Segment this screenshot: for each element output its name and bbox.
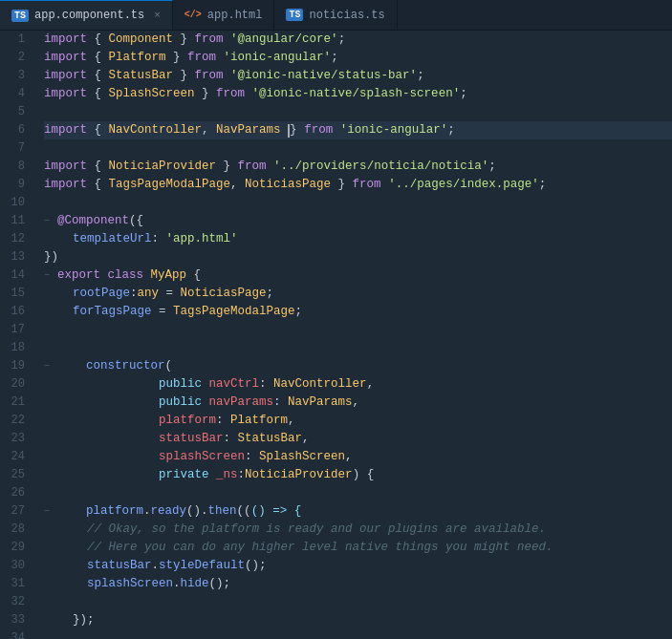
code-line	[44, 194, 672, 212]
token-plain: =	[159, 285, 181, 303]
line-number: 32	[8, 593, 25, 611]
code-line: templateUrl: 'app.html'	[44, 230, 672, 248]
token-plain: :	[224, 430, 238, 448]
line-number: 3	[8, 67, 25, 85]
token-plain	[57, 502, 86, 521]
line-number: 23	[8, 430, 25, 448]
code-line: − constructor(	[44, 357, 672, 375]
fold-icon[interactable]: −	[44, 502, 55, 521]
token-method: hide	[181, 575, 209, 593]
token-str: 'ionic-angular'	[224, 49, 332, 67]
token-cls: NavController	[109, 121, 203, 139]
line-number: 18	[8, 339, 25, 357]
editor-body: 1234567891011121314151617181920212223242…	[0, 31, 672, 639]
token-plain: ;	[460, 85, 467, 103]
token-kw: class	[108, 266, 144, 285]
token-comment: // Okay, so the platform is ready and ou…	[87, 521, 546, 539]
token-plain: ,	[367, 375, 375, 394]
token-plain: ,	[302, 430, 310, 448]
line-number: 4	[8, 85, 25, 103]
code-line	[44, 103, 672, 121]
line-number: 27	[8, 502, 25, 521]
tab-close-0[interactable]: ×	[154, 10, 161, 21]
line-number: 22	[8, 412, 25, 430]
token-kw: from	[187, 49, 216, 67]
token-kw2: private	[159, 466, 209, 484]
token-plain	[381, 176, 389, 194]
token-cls: NoticiaProvider	[109, 158, 217, 176]
code-line: − export class MyApp {	[44, 266, 672, 285]
token-cls: NavParams	[288, 394, 353, 412]
code-line: import { SplashScreen } from '@ionic-nat…	[44, 85, 672, 103]
tab-label-1: app.html	[207, 9, 263, 22]
tab-noticias[interactable]: TS noticias.ts	[274, 0, 397, 30]
token-plain	[143, 266, 151, 285]
token-param: navParams	[209, 394, 274, 412]
line-number: 24	[8, 448, 25, 466]
fold-icon[interactable]: −	[44, 212, 55, 230]
line-number: 10	[8, 194, 25, 212]
token-plain	[44, 230, 73, 248]
token-plain	[44, 448, 159, 466]
token-str: 'ionic-angular'	[340, 121, 448, 139]
token-plain	[44, 303, 73, 321]
token-fn: constructor	[86, 357, 165, 375]
token-kw: from	[353, 176, 381, 194]
token-prop: platform	[86, 502, 143, 521]
token-plain: ();	[209, 575, 231, 593]
code-line: − @Component({	[44, 212, 672, 230]
line-number: 16	[8, 303, 25, 321]
token-cls: NoticiasPage	[245, 176, 331, 194]
code-line: splashScreen: SplashScreen,	[44, 448, 672, 466]
tab-bar: TS app.component.ts × </> app.html TS no…	[0, 0, 672, 31]
code-line: private _ns:NoticiaProvider) {	[44, 466, 672, 484]
token-kw: import	[44, 176, 87, 194]
code-line: statusBar.styleDefault();	[44, 557, 672, 575]
line-number: 14	[8, 266, 25, 285]
line-number: 29	[8, 539, 25, 557]
token-param: navCtrl	[209, 375, 260, 394]
code-line: import { NavController, NavParams } from…	[44, 121, 672, 139]
line-number: 21	[8, 394, 25, 412]
tab-app-component[interactable]: TS app.component.ts ×	[0, 0, 173, 30]
token-prop: templateUrl	[73, 230, 152, 248]
token-plain	[44, 557, 87, 575]
editor-container: TS app.component.ts × </> app.html TS no…	[0, 0, 672, 639]
token-plain: :	[245, 448, 259, 466]
token-str: 'app.html'	[166, 230, 238, 248]
line-number: 17	[8, 321, 25, 339]
line-number: 34	[8, 629, 25, 639]
token-plain	[202, 394, 209, 412]
token-str: '@ionic-native/status-bar'	[230, 67, 417, 85]
token-plain: ;	[295, 303, 303, 321]
token-plain: :	[259, 375, 273, 394]
line-number: 5	[8, 103, 25, 121]
token-kw: import	[44, 31, 87, 49]
token-plain: :	[273, 394, 288, 412]
token-plain: .	[152, 557, 160, 575]
fold-icon[interactable]: −	[44, 357, 55, 375]
token-plain: {	[87, 67, 109, 85]
token-cls: StatusBar	[238, 430, 303, 448]
token-plain: ;	[338, 31, 346, 49]
token-prop: forTagsPage	[73, 303, 152, 321]
token-plain	[44, 539, 87, 557]
code-area[interactable]: import { Component } from '@angular/core…	[36, 31, 672, 639]
token-plain: ,	[230, 176, 245, 194]
token-plain: }	[173, 31, 195, 49]
fold-icon[interactable]: −	[44, 266, 55, 285]
tab-app-html[interactable]: </> app.html	[173, 0, 275, 30]
token-plain: ({	[129, 212, 143, 230]
token-plain: {	[87, 85, 109, 103]
token-param: platform	[159, 412, 216, 430]
token-plain: }	[290, 121, 304, 139]
code-line: import { StatusBar } from '@ionic-native…	[44, 67, 672, 85]
token-method: then	[208, 502, 237, 521]
token-plain	[44, 412, 159, 430]
token-kw2: public	[159, 375, 202, 394]
token-plain: })	[44, 248, 58, 266]
ts-icon: TS	[11, 10, 29, 22]
line-number: 15	[8, 285, 25, 303]
token-plain: }	[195, 85, 217, 103]
token-plain: }	[166, 49, 188, 67]
